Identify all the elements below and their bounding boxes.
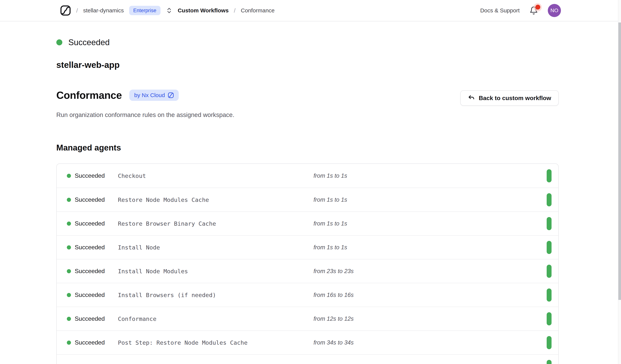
duration-bar [547, 288, 552, 301]
step-status-dot-icon [67, 293, 71, 297]
step-name: Restore Node Modules Cache [118, 196, 313, 203]
avatar[interactable]: NO [548, 4, 561, 17]
duration-bar [547, 265, 552, 278]
step-name: Restore Browser Binary Cache [118, 220, 313, 227]
agent-step-row[interactable]: Succeeded Conformance from 12s to 12s [57, 307, 558, 331]
duration-bar [547, 360, 552, 364]
duration-bar [547, 241, 552, 254]
step-name: Install Browsers (if needed) [118, 292, 313, 298]
step-status: Succeeded [75, 315, 105, 322]
top-nav: / stellar-dynamics Enterprise Custom Wor… [0, 0, 621, 21]
step-name: Conformance [118, 316, 313, 322]
status-dot-icon [56, 39, 62, 45]
step-status: Succeeded [75, 363, 105, 364]
step-status-dot-icon [67, 341, 71, 345]
nx-cloud-logo[interactable] [60, 5, 71, 16]
agent-step-row[interactable]: Succeeded Restore Node Modules Cache fro… [57, 188, 558, 211]
step-time: from 1s to 1s [313, 244, 547, 251]
avatar-initials: NO [551, 7, 558, 14]
step-status: Succeeded [75, 220, 105, 227]
step-name: Checkout [118, 173, 313, 179]
breadcrumb-org[interactable]: stellar-dynamics [83, 7, 124, 14]
step-status-dot-icon [67, 317, 71, 321]
breadcrumb-custom-workflows[interactable]: Custom Workflows [178, 7, 229, 14]
docs-support-link[interactable]: Docs & Support [480, 7, 520, 14]
undo-arrow-icon [468, 95, 475, 102]
agent-step-row[interactable]: Succeeded Post Step: Restore Node Module… [57, 331, 558, 354]
step-name: Install Node Modules [118, 268, 313, 275]
step-time: from 1s to 1s [313, 363, 547, 364]
step-status: Succeeded [75, 339, 105, 346]
step-status-dot-icon [67, 269, 71, 273]
managed-agents-heading: Managed agents [56, 143, 559, 153]
main-content: Succeeded stellar-web-app Conformance by… [56, 38, 559, 364]
nx-cloud-badge-icon [168, 92, 174, 98]
step-time: from 16s to 16s [313, 292, 547, 298]
back-to-custom-workflow-button[interactable]: Back to custom workflow [460, 90, 559, 106]
breadcrumb-separator: / [76, 7, 78, 14]
chevrons-up-down-icon[interactable] [166, 7, 172, 14]
step-time: from 23s to 23s [313, 268, 547, 275]
duration-bar [547, 169, 552, 182]
step-status-dot-icon [67, 174, 71, 178]
agent-step-row[interactable]: Succeeded Restore Browser Binary Cache f… [57, 211, 558, 235]
step-status-dot-icon [67, 222, 71, 226]
run-status-label: Succeeded [68, 38, 110, 47]
step-status: Succeeded [75, 244, 105, 251]
step-time: from 34s to 34s [313, 339, 547, 346]
agent-step-row[interactable]: Succeeded Install Node from 1s to 1s [57, 235, 558, 259]
nx-cloud-logo-icon [60, 5, 71, 16]
step-status: Succeeded [75, 268, 105, 275]
step-status: Succeeded [75, 291, 105, 298]
step-name: Post Step: Restore Browser Binary Cache [118, 363, 313, 364]
duration-bar [547, 217, 552, 230]
agent-step-row[interactable]: Succeeded Install Browsers (if needed) f… [57, 283, 558, 307]
step-time: from 1s to 1s [313, 173, 547, 179]
plan-badge: Enterprise [129, 6, 160, 15]
page: / stellar-dynamics Enterprise Custom Wor… [0, 0, 621, 364]
managed-agents-list: Succeeded Checkout from 1s to 1s Succeed… [56, 163, 559, 364]
step-name: Install Node [118, 244, 313, 251]
notifications-button[interactable] [528, 5, 539, 16]
step-name: Post Step: Restore Node Modules Cache [118, 339, 313, 346]
back-button-label: Back to custom workflow [479, 95, 551, 102]
scrollbar-thumb[interactable] [618, 22, 621, 300]
step-status-dot-icon [67, 198, 71, 202]
by-nx-cloud-label: by Nx Cloud [134, 92, 165, 98]
workflow-header: Conformance by Nx Cloud Back to custom w… [56, 89, 559, 106]
agent-step-row[interactable]: Succeeded Install Node Modules from 23s … [57, 259, 558, 283]
step-time: from 1s to 1s [313, 220, 547, 227]
workspace-title: stellar-web-app [56, 60, 559, 70]
breadcrumb: / stellar-dynamics Enterprise Custom Wor… [60, 5, 275, 16]
breadcrumb-separator: / [234, 7, 236, 14]
workflow-description: Run organization conformance rules on th… [56, 111, 559, 119]
run-status: Succeeded [56, 38, 559, 47]
step-time: from 1s to 1s [313, 196, 547, 203]
nav-actions: Docs & Support NO [480, 4, 610, 17]
duration-bar [547, 336, 552, 349]
duration-bar [547, 193, 552, 206]
step-time: from 12s to 12s [313, 316, 547, 322]
scrollbar[interactable] [618, 0, 621, 364]
notification-dot [535, 5, 540, 10]
agent-step-row[interactable]: Succeeded Post Step: Restore Browser Bin… [57, 354, 558, 364]
step-status: Succeeded [75, 172, 105, 179]
workflow-title: Conformance [56, 89, 122, 101]
duration-bar [547, 312, 552, 325]
by-nx-cloud-badge[interactable]: by Nx Cloud [129, 90, 179, 101]
breadcrumb-page[interactable]: Conformance [241, 7, 275, 14]
agent-step-row[interactable]: Succeeded Checkout from 1s to 1s [57, 164, 558, 188]
step-status-dot-icon [67, 245, 71, 250]
step-status: Succeeded [75, 196, 105, 203]
